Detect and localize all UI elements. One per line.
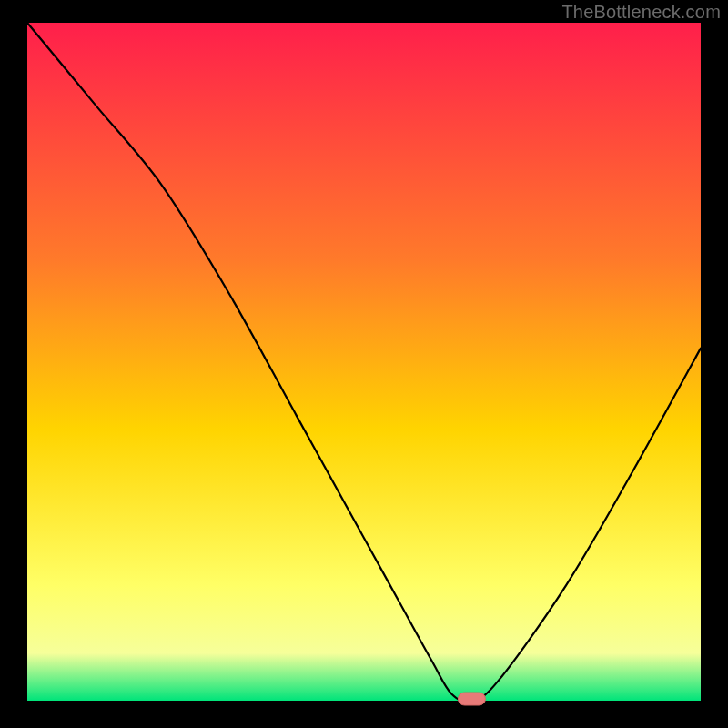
watermark-text: TheBottleneck.com xyxy=(561,2,721,23)
chart-frame: TheBottleneck.com xyxy=(0,0,728,728)
optimal-point-marker xyxy=(458,693,485,705)
plot-background xyxy=(27,23,701,701)
bottleneck-chart xyxy=(0,0,728,728)
